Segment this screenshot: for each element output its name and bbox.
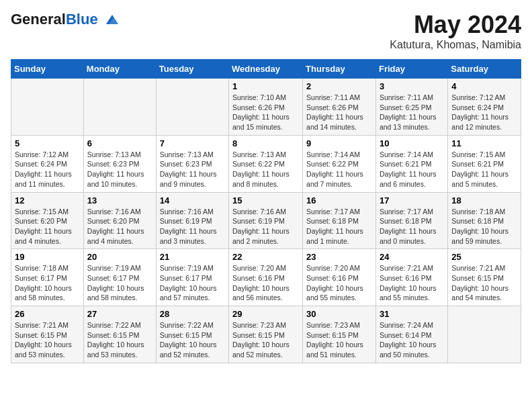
day-number: 3 [380,81,444,91]
day-cell [11,79,84,136]
day-info: Sunrise: 7:12 AMSunset: 6:24 PMDaylight:… [15,150,80,189]
day-cell [83,79,156,136]
day-number: 19 [15,252,80,262]
day-cell: 9Sunrise: 7:14 AMSunset: 6:22 PMDaylight… [303,135,376,192]
day-cell: 28Sunrise: 7:22 AMSunset: 6:15 PMDayligh… [156,306,228,363]
day-cell: 6Sunrise: 7:13 AMSunset: 6:23 PMDaylight… [83,135,156,192]
day-info: Sunrise: 7:19 AMSunset: 6:17 PMDaylight:… [87,263,152,303]
day-cell: 16Sunrise: 7:17 AMSunset: 6:18 PMDayligh… [303,192,376,249]
day-cell: 15Sunrise: 7:16 AMSunset: 6:19 PMDayligh… [229,192,303,249]
day-cell: 29Sunrise: 7:23 AMSunset: 6:15 PMDayligh… [229,306,303,363]
day-number: 29 [232,309,299,319]
week-row: 26Sunrise: 7:21 AMSunset: 6:15 PMDayligh… [11,306,521,363]
day-info: Sunrise: 7:15 AMSunset: 6:21 PMDaylight:… [451,150,517,189]
week-row: 1Sunrise: 7:10 AMSunset: 6:26 PMDaylight… [11,79,521,136]
day-number: 27 [87,309,152,319]
day-number: 6 [87,138,152,148]
day-cell: 31Sunrise: 7:24 AMSunset: 6:14 PMDayligh… [375,306,447,363]
day-number: 26 [15,309,80,319]
day-cell: 4Sunrise: 7:12 AMSunset: 6:24 PMDaylight… [448,79,521,136]
weekday-header-cell: Friday [375,60,447,79]
day-cell: 12Sunrise: 7:15 AMSunset: 6:20 PMDayligh… [11,192,84,249]
day-number: 30 [306,309,372,319]
week-row: 5Sunrise: 7:12 AMSunset: 6:24 PMDaylight… [11,135,521,192]
weekday-header-cell: Thursday [303,60,376,79]
day-number: 18 [451,195,517,205]
day-number: 2 [306,81,372,91]
calendar-body: 1Sunrise: 7:10 AMSunset: 6:26 PMDaylight… [11,79,521,363]
week-row: 19Sunrise: 7:18 AMSunset: 6:17 PMDayligh… [11,249,521,306]
calendar-table: SundayMondayTuesdayWednesdayThursdayFrid… [11,59,521,363]
day-info: Sunrise: 7:21 AMSunset: 6:15 PMDaylight:… [451,263,517,303]
day-info: Sunrise: 7:16 AMSunset: 6:20 PMDaylight:… [87,207,152,246]
weekday-header-row: SundayMondayTuesdayWednesdayThursdayFrid… [11,60,521,79]
day-number: 24 [380,252,444,262]
day-info: Sunrise: 7:13 AMSunset: 6:23 PMDaylight:… [87,150,152,189]
day-number: 1 [232,81,299,91]
day-cell: 30Sunrise: 7:23 AMSunset: 6:15 PMDayligh… [303,306,376,363]
day-info: Sunrise: 7:21 AMSunset: 6:15 PMDaylight:… [15,320,80,360]
day-number: 13 [87,195,152,205]
day-number: 4 [451,81,517,91]
title-block: May 2024 Katutura, Khomas, Namibia [390,11,521,51]
day-cell: 7Sunrise: 7:13 AMSunset: 6:23 PMDaylight… [156,135,228,192]
day-cell: 13Sunrise: 7:16 AMSunset: 6:20 PMDayligh… [83,192,156,249]
day-number: 7 [160,138,225,148]
day-cell: 3Sunrise: 7:11 AMSunset: 6:25 PMDaylight… [375,79,447,136]
day-number: 21 [160,252,225,262]
day-info: Sunrise: 7:22 AMSunset: 6:15 PMDaylight:… [87,320,152,360]
day-cell: 18Sunrise: 7:18 AMSunset: 6:18 PMDayligh… [448,192,521,249]
day-info: Sunrise: 7:16 AMSunset: 6:19 PMDaylight:… [232,207,299,246]
day-cell [448,306,521,363]
weekday-header-cell: Wednesday [229,60,303,79]
day-cell: 25Sunrise: 7:21 AMSunset: 6:15 PMDayligh… [448,249,521,306]
day-info: Sunrise: 7:23 AMSunset: 6:15 PMDaylight:… [306,320,372,360]
day-cell: 27Sunrise: 7:22 AMSunset: 6:15 PMDayligh… [83,306,156,363]
day-info: Sunrise: 7:18 AMSunset: 6:18 PMDaylight:… [451,207,517,246]
day-info: Sunrise: 7:22 AMSunset: 6:15 PMDaylight:… [160,320,225,360]
logo-text: GeneralBlue [11,11,98,28]
month-year: May 2024 [390,11,521,39]
logo: GeneralBlue [11,11,118,28]
day-cell: 1Sunrise: 7:10 AMSunset: 6:26 PMDaylight… [229,79,303,136]
day-info: Sunrise: 7:17 AMSunset: 6:18 PMDaylight:… [380,207,444,246]
day-info: Sunrise: 7:20 AMSunset: 6:16 PMDaylight:… [306,263,372,303]
day-info: Sunrise: 7:14 AMSunset: 6:21 PMDaylight:… [380,150,444,189]
day-number: 15 [232,195,299,205]
day-info: Sunrise: 7:23 AMSunset: 6:15 PMDaylight:… [232,320,299,360]
day-info: Sunrise: 7:20 AMSunset: 6:16 PMDaylight:… [232,263,299,303]
day-number: 22 [232,252,299,262]
day-cell: 24Sunrise: 7:21 AMSunset: 6:16 PMDayligh… [375,249,447,306]
day-cell: 20Sunrise: 7:19 AMSunset: 6:17 PMDayligh… [83,249,156,306]
logo-icon [99,12,118,27]
day-number: 9 [306,138,372,148]
day-number: 12 [15,195,80,205]
day-info: Sunrise: 7:10 AMSunset: 6:26 PMDaylight:… [232,93,299,132]
day-info: Sunrise: 7:13 AMSunset: 6:22 PMDaylight:… [232,150,299,189]
day-cell: 11Sunrise: 7:15 AMSunset: 6:21 PMDayligh… [448,135,521,192]
day-cell: 10Sunrise: 7:14 AMSunset: 6:21 PMDayligh… [375,135,447,192]
day-info: Sunrise: 7:11 AMSunset: 6:25 PMDaylight:… [380,93,444,132]
header: GeneralBlue May 2024 Katutura, Khomas, N… [11,11,521,51]
day-cell: 19Sunrise: 7:18 AMSunset: 6:17 PMDayligh… [11,249,84,306]
weekday-header-cell: Monday [83,60,156,79]
day-info: Sunrise: 7:12 AMSunset: 6:24 PMDaylight:… [451,93,517,132]
day-number: 14 [160,195,225,205]
day-number: 20 [87,252,152,262]
day-info: Sunrise: 7:21 AMSunset: 6:16 PMDaylight:… [380,263,444,303]
day-info: Sunrise: 7:11 AMSunset: 6:26 PMDaylight:… [306,93,372,132]
day-number: 23 [306,252,372,262]
day-cell: 26Sunrise: 7:21 AMSunset: 6:15 PMDayligh… [11,306,84,363]
day-info: Sunrise: 7:17 AMSunset: 6:18 PMDaylight:… [306,207,372,246]
week-row: 12Sunrise: 7:15 AMSunset: 6:20 PMDayligh… [11,192,521,249]
weekday-header-cell: Sunday [11,60,84,79]
day-cell: 23Sunrise: 7:20 AMSunset: 6:16 PMDayligh… [303,249,376,306]
day-number: 16 [306,195,372,205]
day-cell: 2Sunrise: 7:11 AMSunset: 6:26 PMDaylight… [303,79,376,136]
day-info: Sunrise: 7:16 AMSunset: 6:19 PMDaylight:… [160,207,225,246]
day-cell: 14Sunrise: 7:16 AMSunset: 6:19 PMDayligh… [156,192,228,249]
day-number: 8 [232,138,299,148]
day-cell: 17Sunrise: 7:17 AMSunset: 6:18 PMDayligh… [375,192,447,249]
weekday-header-cell: Saturday [448,60,521,79]
day-number: 31 [380,309,444,319]
